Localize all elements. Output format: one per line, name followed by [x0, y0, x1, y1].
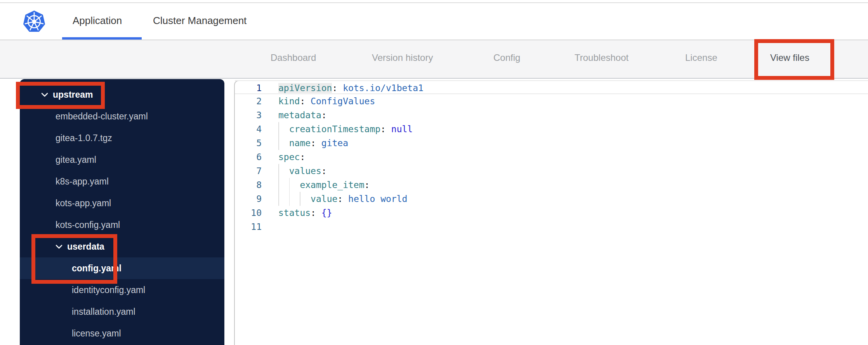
token-p: :: [300, 152, 305, 162]
code-content: value: hello world: [278, 192, 407, 206]
code-content: creationTimestamp: null: [278, 122, 413, 136]
app-subnav: DashboardVersion historyConfigTroublesho…: [0, 40, 868, 79]
line-number: 7: [235, 164, 262, 178]
line-number: 8: [235, 178, 262, 192]
code-content: spec:: [278, 150, 305, 164]
subnav-tab-config[interactable]: Config: [493, 40, 520, 78]
code-line: 6spec:: [235, 150, 868, 164]
token-k: value: [311, 194, 337, 204]
file-label: identityconfig.yaml: [72, 285, 145, 295]
indent-guide: [278, 164, 279, 178]
indent-guide: [289, 192, 290, 206]
top-tab-cluster-management[interactable]: Cluster Management: [153, 15, 247, 27]
file-tree-panel: upstreamembedded-cluster.yamlgitea-1.0.7…: [20, 79, 224, 345]
indent-guide: [300, 192, 300, 206]
top-tab-application[interactable]: Application: [73, 15, 122, 27]
token-p: :: [321, 166, 327, 176]
line-number: 5: [235, 136, 262, 150]
file-label: gitea.yaml: [56, 155, 96, 165]
token-k: kind: [278, 96, 300, 106]
file-label: kots-app.yaml: [56, 198, 111, 209]
code-content: metadata:: [278, 108, 327, 122]
code-line: 4 creationTimestamp: null: [235, 122, 868, 136]
code-content: name: gitea: [278, 136, 348, 150]
line-number: 10: [235, 206, 262, 220]
tree-item-gitea-yaml[interactable]: gitea.yaml: [20, 149, 224, 171]
chevron-down-icon[interactable]: [56, 244, 64, 249]
tree-item-installation-yaml[interactable]: installation.yaml: [20, 301, 224, 323]
token-k: example_item: [300, 180, 364, 190]
line-number: 4: [235, 122, 262, 136]
code-content: kind: ConfigValues: [278, 94, 375, 108]
token-p: :: [311, 138, 321, 148]
token-p: :: [365, 180, 370, 190]
file-label: k8s-app.yaml: [56, 176, 109, 187]
file-label: embedded-cluster.yaml: [56, 111, 148, 122]
code-content: example_item:: [278, 178, 370, 192]
code-content: status: {}: [278, 206, 332, 220]
token-p: :: [337, 194, 348, 204]
subnav-tab-license[interactable]: License: [685, 40, 717, 78]
token-k: values: [289, 166, 321, 176]
code-line: 3metadata:: [235, 108, 868, 122]
active-tab-underline: [62, 37, 142, 40]
code-line: 9 value: hello world: [235, 192, 868, 206]
code-line: 5 name: gitea: [235, 136, 868, 150]
line-number: 6: [235, 150, 262, 164]
tree-item-upstream[interactable]: upstream: [20, 84, 224, 105]
subnav-tab-version-history[interactable]: Version history: [372, 40, 433, 78]
token-p: :: [300, 96, 311, 106]
token-p: :: [380, 124, 391, 134]
tree-item-k8s-app-yaml[interactable]: k8s-app.yaml: [20, 171, 224, 192]
indent-guide: [278, 122, 279, 136]
file-label: license.yaml: [72, 328, 121, 339]
token-w: null: [391, 124, 413, 134]
kots-admin-console: ApplicationCluster Management DashboardV…: [0, 0, 868, 345]
tree-item-gitea-1-0-7-tgz[interactable]: gitea-1.0.7.tgz: [20, 127, 224, 149]
token-p: :: [311, 208, 321, 218]
folder-label: upstream: [53, 90, 93, 100]
top-navigation-bar: ApplicationCluster Management: [0, 3, 868, 40]
yaml-editor[interactable]: 1apiVersion: kots.io/v1beta12kind: Confi…: [234, 80, 868, 345]
code-line: 2kind: ConfigValues: [235, 94, 868, 108]
tree-item-license-yaml[interactable]: license.yaml: [20, 323, 224, 344]
folder-label: userdata: [67, 242, 104, 252]
tree-item-kots-config-yaml[interactable]: kots-config.yaml: [20, 214, 224, 236]
tree-item-config-yaml[interactable]: config.yaml: [20, 257, 224, 279]
code-line: 11: [235, 220, 868, 234]
line-number: 2: [235, 94, 262, 108]
token-v: kots.io/v1beta1: [343, 83, 424, 93]
token-p: :: [321, 110, 327, 120]
line-number: 11: [235, 220, 262, 234]
token-k: spec: [278, 152, 300, 162]
chevron-down-icon[interactable]: [41, 92, 50, 97]
file-label: gitea-1.0.7.tgz: [56, 133, 112, 143]
token-w: {}: [321, 208, 332, 218]
indent-guide: [278, 178, 279, 192]
file-label: config.yaml: [72, 263, 122, 274]
subnav-tab-dashboard[interactable]: Dashboard: [271, 40, 316, 78]
file-label: installation.yaml: [72, 307, 135, 317]
token-k: metadata: [278, 110, 321, 120]
code-line: 7 values:: [235, 164, 868, 178]
line-number: 3: [235, 108, 262, 122]
tree-item-identityconfig-yaml[interactable]: identityconfig.yaml: [20, 279, 224, 301]
code-content: apiVersion: kots.io/v1beta1: [278, 81, 424, 93]
subnav-tab-view-files[interactable]: View files: [770, 40, 809, 78]
tree-item-embedded-cluster-yaml[interactable]: embedded-cluster.yaml: [20, 105, 224, 127]
token-v: gitea: [321, 138, 348, 148]
token-v: hello world: [348, 194, 407, 204]
tree-item-userdata[interactable]: userdata: [20, 236, 224, 257]
indent-guide: [278, 192, 279, 206]
file-label: kots-config.yaml: [56, 220, 120, 230]
code-line: 8 example_item:: [235, 178, 868, 192]
line-number: 1: [235, 81, 262, 93]
code-line: 10status: {}: [235, 206, 868, 220]
token-v: ConfigValues: [311, 96, 375, 106]
tree-item-kots-app-yaml[interactable]: kots-app.yaml: [20, 192, 224, 214]
line-number: 9: [235, 192, 262, 206]
token-k: status: [278, 208, 311, 218]
subnav-tab-troubleshoot[interactable]: Troubleshoot: [575, 40, 628, 78]
code-line: 1apiVersion: kots.io/v1beta1: [235, 80, 868, 94]
code-content: values:: [278, 164, 327, 178]
